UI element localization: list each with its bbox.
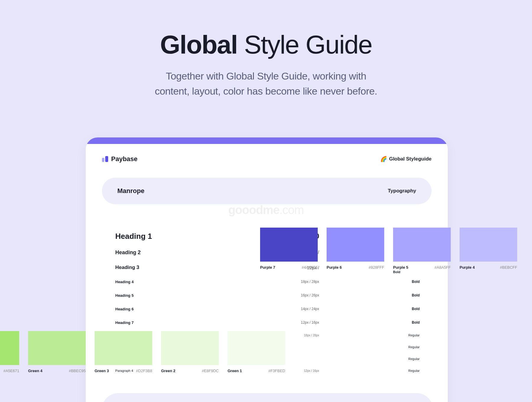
brand-logo-icon — [102, 156, 108, 162]
title-bold: Global — [160, 30, 237, 59]
green-swatches: #A5E671 Green 4 #BBEC95 Green 3 #D2F3B8 … — [0, 331, 285, 373]
swatch-box — [28, 331, 86, 365]
swatch-hex: #A5E671 — [4, 369, 20, 373]
swatch-name: Purple 4 — [460, 265, 475, 270]
table-row: Heading 4 18px / 28px Bold — [115, 275, 420, 288]
swatch-hex: #BEBCFF — [500, 265, 517, 270]
color-swatch: Green 4 #BBEC95 — [28, 331, 86, 373]
swatch-box — [0, 331, 19, 365]
purple-swatches: Purple 7 #4A44C6 Purple 6 #928FFF Purple… — [260, 228, 517, 274]
color-swatch: Purple 6 #928FFF — [327, 228, 384, 274]
brand: Paybase — [102, 155, 137, 163]
card-header: Paybase 🌈 Global Styleguide — [86, 144, 448, 172]
color-swatch: Green 1 #F3FBED — [228, 331, 285, 373]
brand-name: Paybase — [111, 155, 137, 163]
swatch-box — [228, 331, 285, 365]
color-swatch: Purple 5 #A8A5FF Bold — [393, 228, 451, 274]
swatch-hex: #928FFF — [369, 265, 384, 270]
swatch-box — [95, 331, 152, 365]
swatch-name: Purple 6 — [327, 265, 342, 270]
swatch-hex: #F3FBED — [268, 369, 285, 373]
swatch-name: Purple 7 — [260, 265, 275, 270]
swatch-box — [161, 331, 219, 365]
swatch-hex: #A8A5FF — [434, 265, 451, 270]
swatch-box — [393, 228, 451, 262]
swatch-box — [460, 228, 517, 262]
section-label: Typography — [388, 188, 416, 194]
guide-tag: 🌈 Global Styleguide — [380, 156, 432, 162]
swatch-hex: #D2F3B8 — [136, 369, 152, 373]
swatch-name: Green 2 — [161, 369, 175, 373]
swatch-hex: #4A44C6 — [302, 265, 318, 270]
font-family-name: Manrope — [117, 187, 145, 195]
swatch-box — [327, 228, 384, 262]
page-title: Global Style Guide — [0, 30, 532, 60]
color-swatch: Purple 7 #4A44C6 — [260, 228, 318, 274]
table-row: Heading 6 14px / 24px Bold — [115, 302, 420, 316]
swatch-hex: #E8F9DC — [202, 369, 219, 373]
color-swatch: Purple 4 #BEBCFF — [460, 228, 517, 274]
section-pill-bottom — [102, 393, 433, 402]
hero: Global Style Guide Together with Global … — [0, 0, 532, 99]
title-light: Style Guide — [237, 30, 372, 59]
swatch-name: Green 3 — [95, 369, 109, 373]
rainbow-icon: 🌈 — [380, 156, 387, 162]
swatch-name: Purple 5 — [393, 265, 408, 270]
color-swatch: #A5E671 — [0, 331, 19, 373]
color-swatch: Green 2 #E8F9DC — [161, 331, 219, 373]
section-pill: Manrope Typography — [102, 178, 432, 204]
card-accent-bar — [86, 137, 448, 144]
guide-label: Global Styleguide — [389, 156, 432, 162]
subtitle: Together with Global Style Guide, workin… — [0, 69, 532, 99]
table-row: Heading 7 12px / 16px Bold — [115, 316, 420, 329]
swatch-hex: #BBEC95 — [69, 369, 86, 373]
swatch-sub: Bold — [393, 270, 451, 274]
color-swatch: Green 3 #D2F3B8 — [95, 331, 152, 373]
swatch-name: Green 4 — [28, 369, 42, 373]
swatch-box — [260, 228, 318, 262]
table-row: Heading 5 16px / 26px Bold — [115, 288, 420, 302]
swatch-name: Green 1 — [228, 369, 242, 373]
